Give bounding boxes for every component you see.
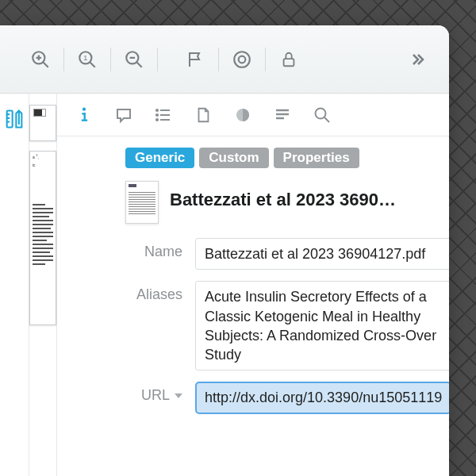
toolbar-separator — [157, 48, 158, 71]
metadata-tabs: Generic Custom Properties — [57, 136, 449, 176]
page-thumbnail[interactable] — [29, 105, 56, 141]
toolbar-separator — [218, 48, 219, 71]
url-label-text: URL — [141, 387, 170, 404]
comment-tab-icon[interactable] — [105, 98, 143, 132]
document-thumbnail[interactable] — [125, 181, 159, 224]
ruler-icon[interactable] — [0, 105, 29, 133]
field-label-url[interactable]: URL — [57, 382, 195, 404]
inspector-window: 1 — [0, 25, 449, 476]
search-tab-icon[interactable] — [303, 98, 341, 132]
tab-custom[interactable]: Custom — [199, 148, 268, 168]
item-title: Battezzati et al 2023 3690… — [170, 181, 396, 211]
svg-point-26 — [156, 114, 158, 116]
inspector-toolbar — [57, 94, 449, 136]
field-name: Name Battezzati et al 2023 36904127.pdf — [57, 238, 449, 270]
zoom-actual-button[interactable]: 1 — [71, 42, 104, 77]
svg-point-32 — [316, 108, 326, 118]
field-label-aliases: Aliases — [57, 281, 195, 303]
outline-tab-icon[interactable] — [144, 98, 182, 132]
inspector-panel: Generic Custom Properties Battezzati et … — [57, 94, 449, 476]
window-body: a 1,ic — [0, 94, 449, 476]
tab-generic[interactable]: Generic — [125, 148, 194, 168]
svg-line-1 — [43, 62, 48, 67]
field-url: URL http://dx.doi.org/10.3390/nu15051119 — [57, 382, 449, 413]
appearance-tab-icon[interactable] — [224, 98, 262, 132]
zoom-in-button[interactable] — [24, 42, 57, 77]
svg-line-8 — [136, 62, 142, 67]
svg-point-27 — [156, 119, 158, 121]
svg-rect-13 — [7, 111, 13, 128]
window-toolbar: 1 — [0, 25, 449, 94]
url-input[interactable]: http://dx.doi.org/10.3390/nu15051119 — [195, 382, 449, 413]
label-button[interactable] — [225, 42, 259, 77]
lock-button[interactable] — [272, 42, 305, 77]
field-aliases: Aliases Acute Insulin Secretory Effects … — [57, 281, 449, 370]
overflow-button[interactable] — [400, 42, 433, 77]
text-tab-icon[interactable] — [263, 98, 301, 132]
aliases-input[interactable]: Acute Insulin Secretory Effects of a Cla… — [195, 281, 449, 370]
metadata-fields: Name Battezzati et al 2023 36904127.pdf … — [57, 238, 449, 425]
info-tab-icon[interactable] — [65, 98, 103, 132]
svg-rect-12 — [284, 59, 294, 66]
svg-point-25 — [156, 109, 158, 111]
svg-point-18 — [83, 107, 86, 110]
item-header: Battezzati et al 2023 3690… — [57, 176, 449, 238]
toolbar-separator — [63, 48, 64, 71]
flag-button[interactable] — [178, 42, 212, 77]
toolbar-separator — [110, 48, 111, 71]
svg-text:1: 1 — [83, 53, 87, 62]
svg-rect-21 — [82, 119, 87, 121]
side-strip — [0, 94, 29, 476]
svg-line-33 — [324, 117, 329, 122]
document-tab-icon[interactable] — [184, 98, 222, 132]
page-thumbnails: a 1,ic — [29, 94, 57, 476]
name-input[interactable]: Battezzati et al 2023 36904127.pdf — [195, 238, 449, 270]
field-label-name: Name — [57, 238, 195, 260]
page-thumbnail[interactable]: a 1,ic — [29, 151, 56, 325]
svg-point-10 — [234, 52, 250, 67]
toolbar-separator — [265, 48, 266, 71]
zoom-out-button[interactable] — [117, 42, 151, 77]
svg-point-11 — [239, 56, 246, 63]
tab-properties[interactable]: Properties — [274, 148, 359, 168]
svg-line-5 — [90, 62, 95, 67]
chevron-down-icon — [175, 393, 182, 398]
